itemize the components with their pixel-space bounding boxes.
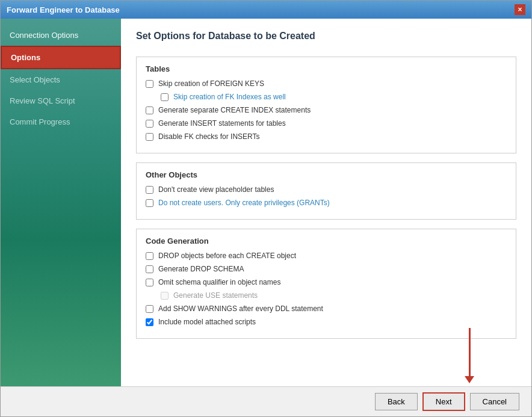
generate-insert-checkbox[interactable]: [146, 120, 153, 128]
close-button[interactable]: ×: [515, 4, 525, 15]
checkbox-include-model-scripts: Include model attached scripts: [146, 318, 507, 326]
arrow-line: [469, 328, 471, 376]
title-bar: Forward Engineer to Database ×: [1, 1, 531, 19]
checkbox-no-create-users: Do not create users. Only create privile…: [146, 199, 507, 207]
include-model-scripts-checkbox[interactable]: [146, 318, 153, 326]
skip-fk-indexes-label: Skip creation of FK Indexes as well: [173, 93, 286, 101]
generate-insert-label: Generate INSERT statements for tables: [158, 119, 286, 128]
back-button[interactable]: Back: [375, 393, 418, 410]
tables-section: Tables Skip creation of FOREIGN KEYS Ski…: [136, 57, 516, 153]
no-view-placeholder-checkbox[interactable]: [146, 186, 153, 194]
code-generation-title: Code Generation: [146, 236, 507, 246]
sidebar-item-review-sql-script: Review SQL Script: [1, 90, 121, 111]
page-title: Set Options for Database to be Created: [136, 31, 516, 45]
sidebar-item-options[interactable]: Options: [1, 46, 121, 69]
show-warnings-label: Add SHOW WARNINGS after every DDL statem…: [158, 304, 323, 313]
checkbox-no-view-placeholder: Don't create view placeholder tables: [146, 185, 507, 194]
sidebar-item-commit-progress: Commit Progress: [1, 111, 121, 132]
sidebar-item-label: Select Objects: [10, 75, 60, 84]
sidebar-item-label: Connection Options: [10, 31, 78, 40]
skip-foreign-keys-label: Skip creation of FOREIGN KEYS: [158, 79, 264, 88]
show-warnings-checkbox[interactable]: [146, 305, 153, 313]
checkbox-generate-drop-schema: Generate DROP SCHEMA: [146, 265, 507, 273]
checkbox-omit-schema-qualifier: Omit schema qualifier in object names: [146, 278, 507, 286]
arrow-head: [465, 376, 474, 383]
generate-drop-schema-checkbox[interactable]: [146, 265, 153, 273]
sidebar-item-label: Commit Progress: [10, 117, 70, 126]
checkbox-generate-insert: Generate INSERT statements for tables: [146, 119, 507, 128]
checkbox-generate-use-statements: Generate USE statements: [161, 291, 507, 300]
next-button[interactable]: Next: [422, 392, 465, 411]
no-view-placeholder-label: Don't create view placeholder tables: [158, 185, 274, 194]
sidebar-item-connection-options[interactable]: Connection Options: [1, 25, 121, 46]
omit-schema-qualifier-checkbox[interactable]: [146, 279, 153, 286]
sidebar: Connection Options Options Select Object…: [1, 19, 121, 386]
sidebar-item-select-objects: Select Objects: [1, 69, 121, 90]
window-body: Connection Options Options Select Object…: [1, 19, 531, 416]
no-create-users-checkbox[interactable]: [146, 199, 153, 207]
disable-fk-checks-label: Disable FK checks for INSERTs: [158, 132, 260, 141]
red-arrow-indicator: [465, 328, 474, 383]
generate-use-statements-checkbox: [161, 292, 169, 300]
include-model-scripts-label: Include model attached scripts: [158, 318, 256, 326]
generate-drop-schema-label: Generate DROP SCHEMA: [158, 265, 244, 273]
tables-section-title: Tables: [146, 64, 507, 73]
window-title: Forward Engineer to Database: [7, 5, 120, 14]
sidebar-item-label: Options: [11, 53, 40, 62]
skip-fk-indexes-checkbox[interactable]: [161, 93, 169, 101]
sidebar-item-label: Review SQL Script: [10, 96, 75, 105]
checkbox-drop-objects: DROP objects before each CREATE object: [146, 252, 507, 260]
checkbox-generate-create-index: Generate separate CREATE INDEX statement…: [146, 106, 507, 114]
checkbox-skip-foreign-keys: Skip creation of FOREIGN KEYS: [146, 79, 507, 88]
content-area: Connection Options Options Select Object…: [1, 19, 531, 386]
generate-create-index-checkbox[interactable]: [146, 107, 153, 114]
skip-foreign-keys-checkbox[interactable]: [146, 80, 153, 88]
generate-use-statements-label: Generate USE statements: [173, 291, 258, 300]
checkbox-skip-fk-indexes: Skip creation of FK Indexes as well: [161, 93, 507, 101]
no-create-users-label: Do not create users. Only create privile…: [158, 199, 330, 207]
window: Forward Engineer to Database × Connectio…: [0, 0, 532, 417]
checkbox-show-warnings: Add SHOW WARNINGS after every DDL statem…: [146, 304, 507, 313]
other-objects-section: Other Objects Don't create view placehol…: [136, 162, 516, 220]
other-objects-title: Other Objects: [146, 170, 507, 179]
checkbox-disable-fk-checks: Disable FK checks for INSERTs: [146, 132, 507, 141]
drop-objects-label: DROP objects before each CREATE object: [158, 252, 296, 260]
drop-objects-checkbox[interactable]: [146, 252, 153, 260]
footer: Back Next Cancel: [1, 386, 531, 416]
code-generation-section: Code Generation DROP objects before each…: [136, 229, 516, 339]
omit-schema-qualifier-label: Omit schema qualifier in object names: [158, 278, 280, 286]
cancel-button[interactable]: Cancel: [470, 393, 519, 410]
disable-fk-checks-checkbox[interactable]: [146, 133, 153, 141]
generate-create-index-label: Generate separate CREATE INDEX statement…: [158, 106, 311, 114]
